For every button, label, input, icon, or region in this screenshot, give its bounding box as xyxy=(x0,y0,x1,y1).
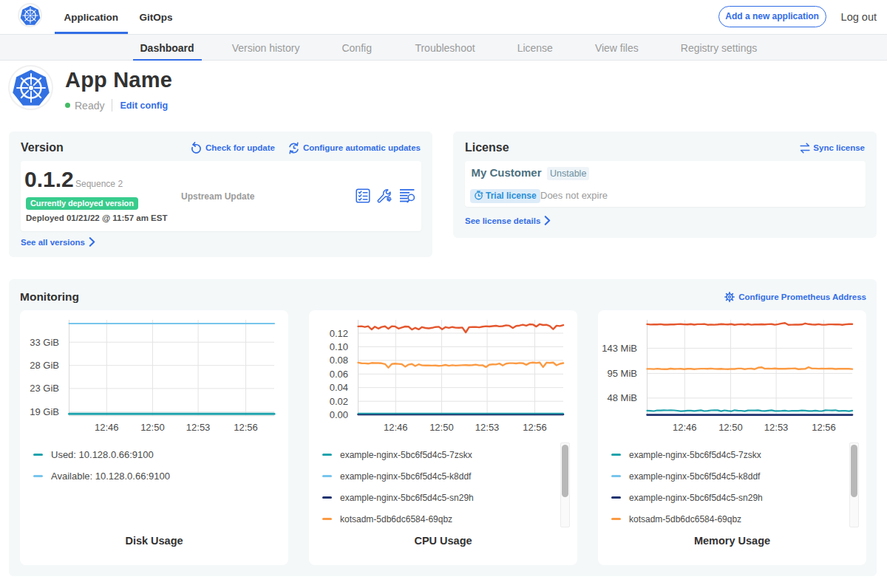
svg-text:0.04: 0.04 xyxy=(330,382,348,393)
svg-text:48 MiB: 48 MiB xyxy=(608,392,637,403)
svg-text:12:46: 12:46 xyxy=(95,422,119,433)
svg-text:143 MiB: 143 MiB xyxy=(602,343,637,354)
svg-text:0.00: 0.00 xyxy=(330,409,348,420)
svg-text:12:50: 12:50 xyxy=(718,422,743,433)
svg-text:12:56: 12:56 xyxy=(234,422,258,433)
svg-text:12:53: 12:53 xyxy=(764,422,789,433)
svg-text:19 GiB: 19 GiB xyxy=(30,406,59,417)
svg-text:12:46: 12:46 xyxy=(673,422,697,433)
svg-text:12:56: 12:56 xyxy=(812,422,836,433)
svg-text:12:50: 12:50 xyxy=(140,422,165,433)
svg-text:0.02: 0.02 xyxy=(330,396,348,407)
svg-text:0.10: 0.10 xyxy=(330,341,348,352)
svg-text:0.06: 0.06 xyxy=(330,369,348,380)
svg-text:12:53: 12:53 xyxy=(475,422,500,433)
svg-text:33 GiB: 33 GiB xyxy=(30,337,59,348)
svg-text:28 GiB: 28 GiB xyxy=(30,360,59,371)
svg-text:95 MiB: 95 MiB xyxy=(608,368,637,379)
svg-text:12:46: 12:46 xyxy=(384,422,408,433)
svg-text:0.08: 0.08 xyxy=(330,355,348,366)
svg-text:23 GiB: 23 GiB xyxy=(30,383,59,394)
svg-text:0.12: 0.12 xyxy=(330,328,348,339)
svg-text:12:53: 12:53 xyxy=(186,422,211,433)
svg-text:12:50: 12:50 xyxy=(429,422,454,433)
svg-text:12:56: 12:56 xyxy=(523,422,547,433)
